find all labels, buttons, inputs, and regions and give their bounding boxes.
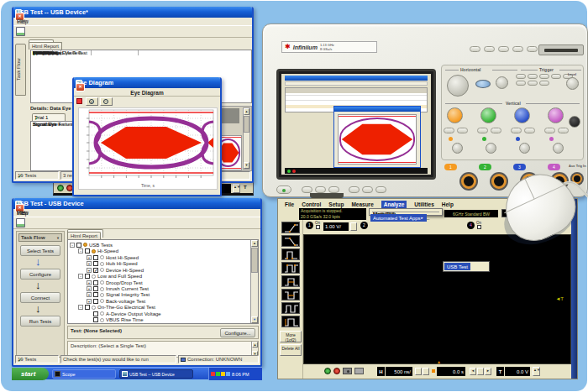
expand-icon[interactable]: - [78,248,83,253]
ch1-button[interactable]: 1 [306,222,313,229]
tree-item[interactable]: -USB Tests [70,242,249,248]
more-measurements-button[interactable]: More (1of2) [280,331,302,342]
task-flow-side-tab[interactable]: Task Flow [15,44,26,96]
menu-file[interactable]: File [285,201,294,207]
delete-all-button[interactable]: Delete All [280,344,302,356]
rise-time-measure-button[interactable] [281,222,300,233]
expand-icon[interactable]: - [70,243,75,248]
expand-icon[interactable]: + [87,286,92,291]
ch2-button[interactable]: 2 [360,222,368,229]
expand-icon[interactable]: + [87,255,92,260]
menu-help[interactable]: Help [442,201,454,207]
tree-item[interactable]: -Hi-Speed [70,248,249,253]
fall-time-measure-button[interactable] [281,235,300,247]
tree-item[interactable]: -Low and Full Speed [70,273,249,279]
checkbox[interactable] [93,286,98,291]
run-button[interactable] [57,185,64,191]
eye-titlebar[interactable]: Eye Diagram _ ▢ ✕ [74,77,220,88]
taskbar-item-usb-test[interactable]: USB Test -- USB Device [119,369,193,379]
scroll-down-icon[interactable]: ▼ [244,162,249,169]
tree-item[interactable]: A-Device Output Voltage [70,311,249,316]
zoom-out-button[interactable]: − [100,97,113,106]
expand-icon[interactable]: - [78,305,83,310]
expand-icon[interactable]: + [87,268,92,273]
taskbar-item-scope[interactable]: Scope [52,369,116,379]
checkbox[interactable] [85,248,90,253]
checkbox[interactable] [93,317,98,322]
checkbox[interactable] [93,255,98,260]
select-titlebar[interactable]: USB Test - USB Device _ ▢ ✕ [13,198,260,209]
zoom-in-button[interactable]: + [86,97,98,106]
tab-html-report[interactable]: Html Report [67,232,101,239]
tree-item[interactable]: VBUS Rise Time [70,317,249,323]
pos-width-measure-button[interactable] [281,275,300,287]
expand-icon[interactable]: + [87,280,92,285]
trigger-spinner[interactable]: ▲▼ [533,367,540,376]
delay-field[interactable]: 0.0 s [437,367,465,376]
checkbox[interactable] [93,280,98,285]
step-run-tests[interactable]: Run Tests [20,316,60,327]
checkbox-checked[interactable]: ✓ [93,268,98,273]
results-titlebar[interactable]: USB Test -- USB Device* _ ▢ ✕ [13,7,252,18]
neg-width-measure-button[interactable] [281,289,300,301]
tray-icon[interactable] [216,372,220,376]
ch4-on-toggle[interactable]: On [476,221,481,229]
scroll-down-icon[interactable]: ▼ [251,316,258,323]
tree-item[interactable]: +Droop/Drop Test [70,280,249,285]
delay-right-button[interactable]: ► [485,368,491,375]
duty-cycle-measure-button[interactable] [281,302,300,314]
tray-icon[interactable] [211,372,215,376]
menu-help[interactable]: Help [17,18,28,24]
delay-center-button[interactable] [477,368,484,375]
scroll-thumb[interactable] [251,248,258,273]
stop-button[interactable] [333,368,340,374]
scrollbar[interactable]: ▲ ▼ [243,107,250,170]
delay-left-button[interactable]: ◄ [470,368,476,375]
tab-html-report[interactable]: Html Report [29,42,62,50]
tree-item-checked[interactable]: +✓Device Hi-Speed [70,267,249,273]
tray-icon[interactable] [221,372,225,376]
run-button[interactable] [324,368,331,374]
checkbox[interactable] [93,292,98,297]
menu-setup[interactable]: Setup [328,201,344,207]
tree-item[interactable]: +Back-voltage Test [70,298,249,304]
configure-button[interactable]: Configure... [220,328,255,337]
checkbox[interactable] [76,243,81,248]
checkbox[interactable] [93,311,98,316]
scroll-up-icon[interactable]: ▲ [251,240,258,247]
expand-icon[interactable]: + [87,292,92,297]
spinner-down-icon[interactable]: ▼ [237,185,240,189]
ch1-scale-spinner[interactable] [350,222,357,231]
print-icon[interactable] [354,368,364,374]
tree-item[interactable]: +Host Hi-Speed [70,254,249,260]
submenu-item-usb-test[interactable]: USB Test [444,263,470,270]
start-button[interactable]: start [12,368,49,380]
period-measure-button[interactable] [281,248,300,260]
scroll-thumb[interactable] [244,116,249,133]
trigger-level-field[interactable]: 0.0 V [505,367,530,376]
vamp-measure-button[interactable] [281,316,300,327]
ch1-on-toggle[interactable]: On [315,221,320,229]
expand-icon[interactable]: + [87,299,92,304]
screenshot-camera-icon[interactable] [343,368,352,374]
menu-control[interactable]: Control [302,201,321,207]
tree-item[interactable]: -On-The-Go Electrical Test [70,305,249,311]
h-scale-field[interactable]: 500 ns/ [386,367,412,376]
menu-item-automated-test-apps[interactable]: Automated Test Apps ► [370,214,427,222]
h-zoom-button[interactable] [415,368,422,375]
checkbox[interactable] [85,305,90,310]
trigger-level-marker[interactable]: ◄T [555,296,564,301]
tree-scrollbar[interactable]: ▲ ▼ [250,240,258,323]
tree-item[interactable]: +Inrush Current Test [70,285,249,291]
tray-icon[interactable] [226,372,230,376]
checkbox[interactable] [85,274,90,279]
menu-help[interactable]: Help [17,210,28,216]
tree-item[interactable]: +Hub Hi-Speed [70,260,249,266]
expand-icon[interactable]: - [78,274,83,279]
ch4-button[interactable]: 4 [467,222,475,229]
checkbox[interactable] [93,261,98,266]
scroll-up-icon[interactable]: ▲ [252,342,258,348]
scale-spinner[interactable]: ▲▼ [233,184,240,193]
menu-utilities[interactable]: Utilities [414,201,433,207]
html-report-icon[interactable] [16,27,25,36]
